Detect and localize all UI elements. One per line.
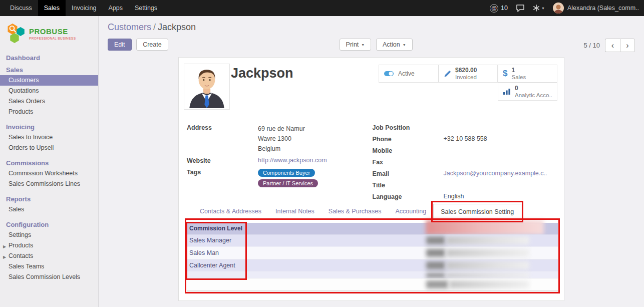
probuse-logo: PROBUSE PROFESSIONAL BUSINESS: [0, 16, 98, 50]
action-dropdown[interactable]: Action▼: [376, 39, 413, 51]
tags-value: Components Buyer Partner / IT Services: [258, 168, 373, 187]
breadcrumb-separator: /: [151, 22, 158, 32]
redacted-cell: [426, 280, 448, 288]
commission-level-cell: Sales Manager: [187, 237, 558, 244]
sidebar-item-products[interactable]: Products: [0, 107, 98, 117]
tab-sales-commission-setting[interactable]: Sales Commission Setting: [433, 204, 521, 220]
menu-discuss[interactable]: Discuss: [4, 0, 38, 16]
breadcrumb-customers[interactable]: Customers: [108, 22, 151, 32]
table-row-empty: [187, 278, 558, 290]
page-title: Jackpson: [231, 66, 293, 81]
sales-count-value: 1: [511, 67, 526, 74]
active-stat-button[interactable]: Active: [379, 65, 439, 83]
commission-level-cell: Callcenter Agent: [187, 262, 558, 269]
table-row-sales-manager[interactable]: Sales Manager: [187, 234, 558, 247]
field-column-left: Address 69 rue de Namur Wavre 1300 Belgi…: [187, 124, 373, 201]
sidebar-item-sales-to-invoice[interactable]: Sales to Invoice: [0, 132, 98, 143]
fax-value: [444, 158, 558, 167]
invoiced-stat-button[interactable]: $620.00 Invoiced: [439, 65, 498, 83]
active-stat-label: Active: [398, 70, 415, 77]
expand-arrow-icon: ▶: [3, 243, 6, 250]
mention-count: 10: [501, 5, 508, 12]
edit-button[interactable]: Edit: [108, 39, 132, 51]
pencil-icon: [444, 70, 451, 78]
table-row-sales-man[interactable]: Sales Man: [187, 247, 558, 259]
sidebar-heading-sales[interactable]: Sales: [0, 64, 98, 75]
debug-menu-button[interactable]: ▼: [533, 5, 545, 12]
commission-table-wrap: Commission Level Sales Manager Sales Man: [187, 223, 558, 291]
sidebar-item-settings[interactable]: Settings: [0, 230, 98, 240]
tab-internal-notes[interactable]: Internal Notes: [268, 204, 321, 219]
sidebar-heading-commissions[interactable]: Commissions: [0, 157, 98, 168]
customer-form-sheet: Jackpson Active $620.00 Invoiced: [178, 57, 564, 301]
tab-label: Sales Commission Setting: [441, 208, 514, 215]
create-button[interactable]: Create: [136, 39, 168, 51]
tab-bar: Contacts & Addresses Internal Notes Sale…: [187, 204, 558, 220]
redacted-cell: [426, 273, 445, 277]
mention-icon: @: [490, 4, 498, 13]
mobile-label: Mobile: [373, 147, 442, 155]
logo-subtitle: PROFESSIONAL BUSINESS: [29, 37, 76, 40]
sidebar-item-sales-commission-levels[interactable]: Sales Commission Levels: [0, 272, 98, 282]
breadcrumb: Customers/Jackpson: [108, 22, 635, 33]
sidebar-item-config-products[interactable]: ▶Products: [0, 240, 98, 251]
column-header-commission-level[interactable]: Commission Level: [187, 225, 558, 232]
table-row-callcenter-agent[interactable]: Callcenter Agent: [187, 259, 558, 272]
print-dropdown[interactable]: Print▼: [340, 39, 372, 51]
table-row-empty: [187, 272, 558, 278]
mention-counter[interactable]: @ 10: [490, 4, 508, 13]
probuse-logo-icon: [6, 23, 26, 44]
sales-stat-button[interactable]: $ 1 Sales: [498, 65, 557, 83]
email-link[interactable]: Jackpson@yourcompany.example.c..: [444, 170, 547, 177]
messages-button[interactable]: [516, 4, 525, 12]
menu-sales[interactable]: Sales: [38, 0, 66, 16]
pager-counter: 5 / 10: [583, 42, 600, 49]
commission-level-cell: Sales Man: [187, 249, 558, 256]
systray: @ 10 ▼: [490, 0, 644, 16]
job-position-label: Job Position: [373, 124, 442, 132]
address-value: 69 rue de Namur Wavre 1300 Belgium: [258, 124, 373, 154]
sidebar-item-sales-orders[interactable]: Sales Orders: [0, 96, 98, 107]
print-label: Print: [346, 41, 359, 48]
top-menu: Discuss Sales Invoicing Apps Settings: [0, 0, 163, 16]
sidebar-item-quotations[interactable]: Quotations: [0, 86, 98, 96]
menu-invoicing[interactable]: Invoicing: [66, 0, 102, 16]
tab-contacts-addresses[interactable]: Contacts & Addresses: [193, 204, 268, 219]
menu-settings[interactable]: Settings: [129, 0, 163, 16]
table-header-row: Commission Level: [187, 223, 558, 234]
address-label: Address: [187, 124, 256, 154]
sidebar-heading-configuration[interactable]: Configuration: [0, 219, 98, 230]
tab-sales-purchases[interactable]: Sales & Purchases: [321, 204, 389, 219]
sidebar-item-orders-to-upsell[interactable]: Orders to Upsell: [0, 143, 98, 153]
email-label: Email: [373, 170, 442, 178]
sidebar-item-reports-sales[interactable]: Sales: [0, 204, 98, 215]
language-value: English: [444, 193, 558, 201]
menu-apps[interactable]: Apps: [102, 0, 129, 16]
logo-title: PROBUSE: [29, 27, 76, 36]
tag-components-buyer: Components Buyer: [258, 169, 315, 177]
mobile-value: [444, 147, 558, 155]
sidebar-heading-invoicing[interactable]: Invoicing: [0, 121, 98, 132]
pager-previous-button[interactable]: ‹: [605, 39, 620, 52]
sidebar: PROBUSE PROFESSIONAL BUSINESS Dashboard …: [0, 16, 99, 307]
top-navbar: Discuss Sales Invoicing Apps Settings @ …: [0, 0, 644, 16]
chevron-down-icon: ▼: [403, 43, 406, 47]
phone-value: +32 10 588 558: [444, 135, 558, 144]
stat-buttons: Active $620.00 Invoiced $ 1 Sales: [379, 65, 557, 101]
dollar-icon: $: [503, 69, 507, 79]
analytic-accounts-stat-button[interactable]: 0 Analytic Acco...: [498, 83, 557, 101]
user-menu[interactable]: Alexandra (Sales_comm..: [553, 3, 639, 14]
website-link[interactable]: http://www.jackpson.com: [258, 157, 327, 164]
sidebar-item-sales-teams[interactable]: Sales Teams: [0, 261, 98, 272]
sidebar-item-sales-commissions-lines[interactable]: Sales Commissions Lines: [0, 179, 98, 189]
sidebar-heading-reports[interactable]: Reports: [0, 193, 98, 204]
tab-accounting[interactable]: Accounting: [388, 204, 433, 219]
breadcrumb-current: Jackpson: [158, 22, 196, 32]
sidebar-item-commission-worksheets[interactable]: Commission Worksheets: [0, 168, 98, 179]
sidebar-item-customers[interactable]: Customers: [0, 75, 98, 86]
sidebar-heading-dashboard[interactable]: Dashboard: [0, 52, 98, 63]
chevron-down-icon: ▼: [361, 43, 365, 47]
action-buttons: Print▼ Action▼: [340, 39, 413, 51]
sidebar-item-config-contacts[interactable]: ▶Contacts: [0, 251, 98, 261]
pager-next-button[interactable]: ›: [620, 39, 635, 52]
